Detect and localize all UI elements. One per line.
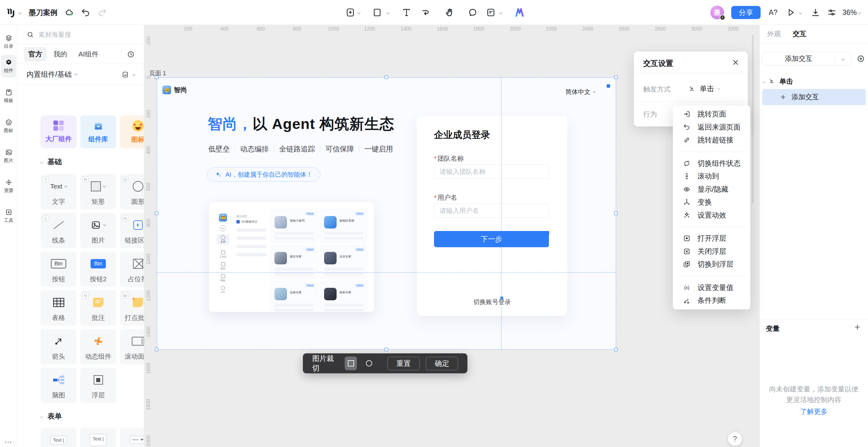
- tile-overlay[interactable]: 浮层: [80, 368, 116, 403]
- tile-multi-line-input[interactable]: Text | 多行输入: [80, 428, 116, 447]
- connector-tool[interactable]: [421, 0, 432, 25]
- crop-shape-rect-button[interactable]: [345, 356, 356, 370]
- tile-single-line-input[interactable]: Text | 单行输入: [40, 428, 76, 447]
- tile-text[interactable]: T Text 文字: [40, 174, 76, 210]
- tile-line[interactable]: L 线条: [40, 213, 76, 248]
- app-logo[interactable]: [6, 0, 18, 25]
- help-button[interactable]: ?: [728, 432, 742, 446]
- tab-mine[interactable]: 我的: [49, 47, 71, 62]
- tile-dynamic-component[interactable]: 动态组件: [80, 329, 116, 364]
- tab-interaction[interactable]: 交互: [793, 29, 806, 39]
- accessibility-help[interactable]: A?: [769, 0, 777, 25]
- tab-ai-components[interactable]: AI组件: [74, 47, 103, 62]
- rail-item-resources[interactable]: 资源: [1, 175, 16, 197]
- interaction-marker[interactable]: [607, 84, 610, 88]
- card-component-library[interactable]: 组件库: [80, 116, 116, 148]
- shape-tool[interactable]: [372, 0, 382, 25]
- hand-tool[interactable]: [445, 0, 455, 25]
- note-tool-chevron[interactable]: [500, 0, 502, 25]
- search-input[interactable]: [38, 31, 126, 38]
- menu-item-set-variable[interactable]: {x} 设置变量值: [673, 281, 750, 294]
- tile-scroll-panel[interactable]: 滚动面板: [120, 329, 144, 364]
- menu-item-scroll-to[interactable]: 滚动到: [673, 170, 750, 183]
- card-icons[interactable]: ♥ ♥ 图标: [120, 116, 144, 148]
- history-clock-icon[interactable]: [127, 50, 135, 58]
- shape-tool-chevron[interactable]: [387, 0, 389, 25]
- preview-chevron[interactable]: [799, 0, 802, 25]
- rail-item-tools[interactable]: 工具: [1, 205, 16, 227]
- undo-button[interactable]: [81, 0, 91, 25]
- username-input[interactable]: [434, 203, 549, 218]
- zoom-chevron[interactable]: [859, 0, 861, 25]
- library-select[interactable]: 内置组件/基础: [27, 70, 71, 79]
- tile-image[interactable]: 图片: [80, 213, 116, 248]
- section-basic[interactable]: 基础: [40, 157, 144, 167]
- share-button[interactable]: 分享: [731, 6, 761, 19]
- selection-handle[interactable]: [155, 348, 158, 351]
- add-interaction-dropdown[interactable]: 添加交互: [762, 52, 851, 66]
- tile-hotspot[interactable]: H 链接区域: [120, 213, 144, 248]
- interaction-preview-icon[interactable]: [857, 54, 865, 63]
- menu-item-jump-page[interactable]: 跳转页面: [673, 108, 750, 121]
- selection-handle[interactable]: [155, 212, 158, 215]
- view-mode-icon[interactable]: [121, 71, 129, 78]
- download-button[interactable]: [811, 0, 820, 25]
- card-bigtech-components[interactable]: 大厂组件: [40, 116, 76, 148]
- logo-menu-chevron[interactable]: [19, 0, 21, 25]
- menu-item-set-animation[interactable]: 设置动效: [673, 209, 750, 222]
- document-title[interactable]: 墨刀案例: [29, 0, 57, 25]
- tile-note[interactable]: N 批注: [80, 290, 116, 326]
- selection-handle[interactable]: [385, 75, 388, 79]
- comment-tool[interactable]: [468, 0, 478, 25]
- menu-item-jump-hyperlink[interactable]: 跳转超链接: [673, 134, 750, 147]
- rail-more-button[interactable]: ⋯: [4, 438, 12, 446]
- tile-button2[interactable]: Btn 按钮2: [80, 252, 116, 287]
- menu-item-transform[interactable]: 变换: [673, 196, 750, 209]
- selection-handle[interactable]: [385, 348, 388, 351]
- tile-rectangle[interactable]: R 矩形: [80, 174, 116, 210]
- note-tool[interactable]: [486, 0, 496, 25]
- add-variable-button[interactable]: [854, 323, 861, 331]
- selection-handle[interactable]: [155, 75, 158, 79]
- tile-placeholder[interactable]: 占位符: [120, 252, 144, 287]
- menu-item-open-overlay[interactable]: 打开浮层: [673, 232, 750, 245]
- selection-handle[interactable]: [614, 75, 618, 79]
- settings-sliders-button[interactable]: [827, 0, 837, 25]
- ai-tool[interactable]: [514, 0, 525, 25]
- add-interaction-row[interactable]: 添加交互: [762, 89, 866, 105]
- rail-item-icons[interactable]: 图标: [1, 115, 16, 137]
- crop-confirm-button[interactable]: 确定: [426, 357, 458, 370]
- insert-page-tool[interactable]: [345, 0, 355, 25]
- dialog-close-button[interactable]: [732, 58, 740, 66]
- rail-item-templates[interactable]: 模板: [1, 85, 16, 107]
- selection-handle[interactable]: [614, 348, 618, 351]
- team-name-input[interactable]: [434, 164, 549, 179]
- next-step-button[interactable]: 下一步: [434, 231, 549, 247]
- zoom-level[interactable]: 36%: [842, 0, 857, 25]
- menu-item-switch-overlay[interactable]: 切换到浮层: [673, 258, 750, 271]
- design-page[interactable]: 智尚 简体中文 智尚，以 Agent 构筑新生态 低壁垒 动态编排 全链路追踪 …: [157, 77, 616, 350]
- tile-arrow[interactable]: 箭头: [40, 329, 76, 364]
- learn-more-link[interactable]: 了解更多: [760, 407, 868, 416]
- trigger-value-select[interactable]: 单击: [688, 84, 720, 94]
- rail-item-catalog[interactable]: 目录: [1, 31, 16, 53]
- selection-handle[interactable]: [614, 212, 618, 215]
- tile-pin-note[interactable]: W 打点批注: [120, 290, 144, 326]
- rail-item-components[interactable]: 组件: [1, 55, 16, 77]
- section-form[interactable]: 表单: [40, 411, 144, 421]
- menu-item-show-hide[interactable]: 显示/隐藏: [673, 183, 750, 196]
- tile-table[interactable]: 表格: [40, 290, 76, 326]
- menu-item-back-source-page[interactable]: 返回来源页面: [673, 121, 750, 134]
- menu-item-condition[interactable]: 条件判断: [673, 294, 750, 307]
- click-event-section[interactable]: 单击: [763, 77, 793, 86]
- preview-button[interactable]: [786, 0, 796, 25]
- tile-button[interactable]: Btn 按钮: [40, 252, 76, 287]
- tile-dropdown-select[interactable]: 下拉选择器: [120, 428, 144, 447]
- interaction-marker[interactable]: [545, 231, 549, 235]
- menu-item-close-overlay[interactable]: 关闭浮层: [673, 245, 750, 258]
- tab-appearance[interactable]: 外观: [767, 29, 781, 39]
- crop-shape-circle-button[interactable]: [363, 356, 375, 370]
- tile-mindmap[interactable]: 脑图: [40, 368, 76, 403]
- crop-reset-button[interactable]: 重置: [388, 357, 420, 370]
- tile-circle[interactable]: O 圆形: [120, 174, 144, 210]
